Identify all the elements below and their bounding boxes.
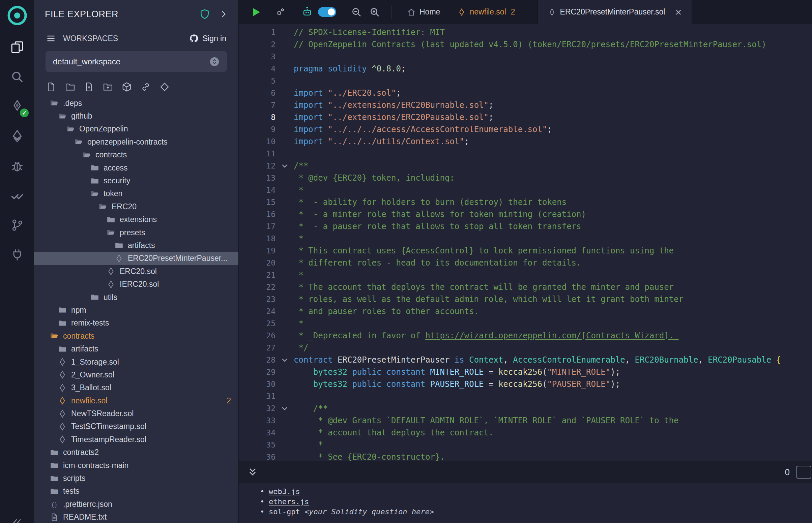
rail-item-static-analysis[interactable] — [0, 181, 34, 211]
tree-item-contracts[interactable]: contracts — [34, 149, 239, 161]
line-number[interactable]: 3 — [239, 51, 276, 63]
line-number[interactable]: 6 — [239, 87, 276, 99]
upload-file-icon[interactable] — [84, 82, 94, 92]
terminal-line[interactable]: •sol-gpt <your Solidity question here> — [260, 507, 812, 517]
code-text[interactable]: import "../../../utils/Context.sol"; — [294, 136, 812, 148]
close-tab-icon[interactable]: × — [675, 7, 682, 18]
workspace-selector[interactable]: default_workspace — [46, 51, 227, 72]
ipfs-cube-icon[interactable] — [122, 82, 132, 92]
line-number[interactable]: 14 — [239, 184, 276, 196]
tree-item-2-owner-sol[interactable]: 2_Owner.sol — [34, 368, 239, 381]
line-number[interactable]: 16 — [239, 208, 276, 220]
line-number[interactable]: 22 — [239, 281, 276, 293]
code-text[interactable]: * This contract uses {AccessControl} to … — [294, 245, 812, 257]
tree-item-scripts[interactable]: scripts — [34, 472, 239, 485]
tab-erc20presetminterpauser-sol[interactable]: ERC20PresetMinterPauser.sol× — [537, 0, 692, 24]
line-number[interactable]: 23 — [239, 293, 276, 305]
rail-item-file-explorer[interactable] — [0, 33, 34, 63]
collapse-sidebar-icon[interactable] — [0, 517, 34, 523]
line-number[interactable]: 24 — [239, 305, 276, 318]
script-config-gear-icon[interactable] — [275, 7, 286, 18]
terminal-line[interactable]: •ethers.js — [260, 497, 812, 507]
run-script-button[interactable] — [250, 7, 261, 18]
new-file-icon[interactable] — [46, 82, 56, 92]
tree-item-timestampreader-sol[interactable]: TimestampReader.sol — [34, 433, 239, 446]
ai-copilot-robot-icon[interactable] — [302, 7, 313, 18]
line-number[interactable]: 28 — [239, 354, 276, 366]
code-text[interactable]: * — [294, 269, 812, 281]
tree-item-newfile-sol[interactable]: newfile.sol2 — [34, 394, 239, 407]
rail-item-debugger[interactable] — [0, 152, 34, 181]
tree-item-1-storage-sol[interactable]: 1_Storage.sol — [34, 356, 239, 368]
code-text[interactable]: * roles, as well as the default admin ro… — [294, 293, 812, 305]
tree-item-github[interactable]: github — [34, 109, 239, 122]
code-text[interactable]: * - a minter role that allows for token … — [294, 208, 812, 220]
code-text[interactable]: * — [294, 439, 812, 451]
code-text[interactable] — [294, 148, 812, 160]
tree-item-ierc20-sol[interactable]: IERC20.sol — [34, 278, 239, 290]
fold-chevron-icon[interactable] — [276, 354, 294, 366]
terminal-expand-icon[interactable] — [247, 467, 258, 477]
terminal-line[interactable]: •web3.js — [260, 487, 812, 497]
tree-item-npm[interactable]: npm — [34, 304, 239, 317]
fold-chevron-icon[interactable] — [276, 160, 294, 172]
line-number[interactable]: 1 — [239, 26, 276, 38]
tree-item-token[interactable]: token — [34, 187, 239, 200]
hamburger-menu-icon[interactable] — [46, 34, 56, 43]
tree-item-readme-txt[interactable]: README.txt — [34, 511, 239, 523]
line-number[interactable]: 33 — [239, 414, 276, 427]
line-number[interactable]: 10 — [239, 136, 276, 148]
terminal-link[interactable]: ethers.js — [269, 498, 309, 506]
line-number[interactable]: 32 — [239, 402, 276, 414]
line-number[interactable]: 25 — [239, 318, 276, 329]
code-text[interactable]: bytes32 public constant PAUSER_ROLE = ke… — [294, 378, 812, 390]
code-text[interactable]: * See {ERC20-constructor}. — [294, 451, 812, 461]
tree-item-contracts2[interactable]: contracts2 — [34, 446, 239, 459]
tree-item-3-ballot-sol[interactable]: 3_Ballot.sol — [34, 381, 239, 394]
line-number[interactable]: 5 — [239, 75, 276, 87]
line-number[interactable]: 8 — [239, 111, 276, 123]
code-text[interactable]: * — [294, 184, 812, 196]
code-text[interactable]: * @dev Grants `DEFAULT_ADMIN_ROLE`, `MIN… — [294, 414, 812, 427]
tree-item-icm-contracts-main[interactable]: icm-contracts-main — [34, 459, 239, 472]
tree-item-openzeppelin-contracts[interactable]: openzeppelin-contracts — [34, 136, 239, 148]
code-text[interactable]: bytes32 public constant MINTER_ROLE = ke… — [294, 366, 812, 378]
tree-item-tests[interactable]: tests — [34, 485, 239, 498]
code-text[interactable]: * _Deprecated in favor of https://wizard… — [294, 329, 812, 342]
code-text[interactable]: pragma solidity ^0.8.0; — [294, 63, 812, 75]
tree-item-security[interactable]: security — [34, 174, 239, 187]
tree-item-access[interactable]: access — [34, 161, 239, 174]
link-icon[interactable] — [141, 82, 151, 92]
line-number[interactable]: 11 — [239, 148, 276, 160]
tree-item-extensions[interactable]: extensions — [34, 213, 239, 226]
line-number[interactable]: 29 — [239, 366, 276, 378]
rail-item-deploy-and-run[interactable] — [0, 122, 34, 152]
code-text[interactable]: contract ERC20PresetMinterPauser is Cont… — [294, 354, 812, 366]
tab-home[interactable]: Home — [399, 0, 449, 24]
tree-item-deps[interactable]: .deps — [34, 97, 239, 109]
code-editor[interactable]: 1// SPDX-License-Identifier: MIT2// Open… — [239, 24, 812, 461]
code-text[interactable]: * account that deploys the contract. — [294, 427, 812, 439]
tree-item-erc20presetminterpauser[interactable]: ERC20PresetMinterPauser... — [34, 252, 239, 265]
tab-newfile-sol[interactable]: newfile.sol2 — [449, 0, 524, 24]
terminal-line[interactable]: Type the library name to see available c… — [260, 522, 812, 523]
rail-item-plugin-manager[interactable] — [0, 240, 34, 270]
line-number[interactable]: 27 — [239, 342, 276, 354]
tree-item-newtsreader-sol[interactable]: NewTSReader.sol — [34, 407, 239, 420]
line-number[interactable]: 18 — [239, 233, 276, 245]
zoom-in-icon[interactable] — [369, 7, 380, 18]
code-text[interactable]: import "../extensions/ERC20Pausable.sol"… — [294, 111, 812, 123]
line-number[interactable]: 34 — [239, 427, 276, 439]
line-number[interactable]: 36 — [239, 451, 276, 461]
chevron-right-icon[interactable] — [219, 10, 228, 19]
zoom-out-icon[interactable] — [351, 7, 362, 18]
code-text[interactable]: import "../extensions/ERC20Burnable.sol"… — [294, 99, 812, 111]
terminal-checkbox[interactable] — [796, 466, 811, 479]
line-number[interactable]: 30 — [239, 378, 276, 390]
code-text[interactable]: * and pauser roles to other accounts. — [294, 305, 812, 318]
tree-item-erc20-sol[interactable]: ERC20.sol — [34, 265, 239, 278]
tree-item-artifacts[interactable]: artifacts — [34, 342, 239, 355]
tree-item-contracts[interactable]: contracts — [34, 329, 239, 342]
terminal-link[interactable]: web3.js — [269, 487, 300, 496]
line-number[interactable]: 15 — [239, 196, 276, 208]
